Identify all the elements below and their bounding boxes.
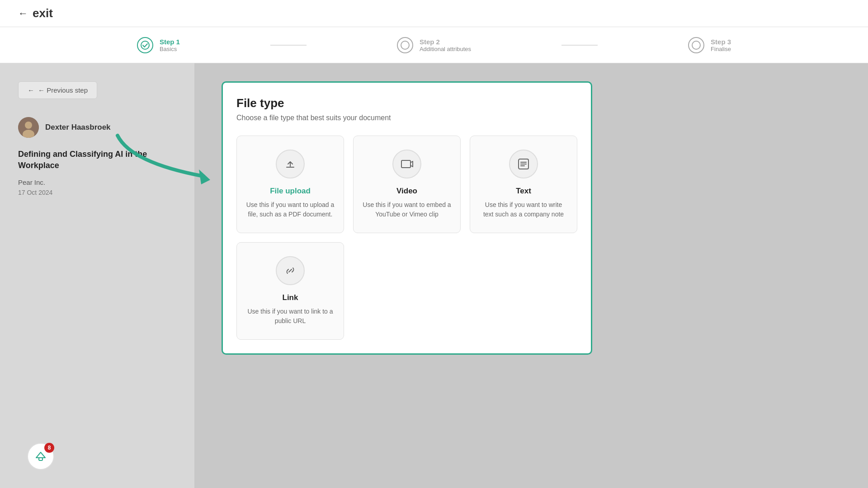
notification-count: 8 xyxy=(44,443,54,453)
text-card[interactable]: Text Use this if you want to write text … xyxy=(470,136,577,233)
svg-point-0 xyxy=(141,41,149,49)
video-icon-circle xyxy=(392,150,421,178)
file-type-subtitle: Choose a file type that best suits your … xyxy=(236,114,577,122)
step-2[interactable]: Step 2 Additional attributes xyxy=(397,37,471,53)
text-icon-circle xyxy=(509,150,538,178)
file-upload-card[interactable]: File upload Use this if you want to uplo… xyxy=(236,136,344,233)
sidebar: ← ← Previous step Dexter Haasbroek Defin… xyxy=(0,63,194,488)
text-card-title: Text xyxy=(516,187,531,196)
file-type-title: File type xyxy=(236,96,577,110)
prev-step-label: ← Previous step xyxy=(38,86,88,94)
step-3-label: Step 3 xyxy=(711,38,731,46)
previous-step-button[interactable]: ← ← Previous step xyxy=(18,81,97,99)
step-3-sublabel: Finalise xyxy=(711,46,731,52)
avatar xyxy=(18,117,39,138)
step-1-circle xyxy=(137,37,153,53)
exit-label: exit xyxy=(33,6,53,20)
svg-rect-9 xyxy=(39,458,42,460)
step-2-circle xyxy=(397,37,413,53)
file-type-modal: File type Choose a file type that best s… xyxy=(194,63,868,488)
video-card[interactable]: Video Use this if you want to embed a Yo… xyxy=(353,136,461,233)
step-1-info: Step 1 Basics xyxy=(160,38,180,52)
step-3-circle xyxy=(688,37,704,53)
svg-rect-7 xyxy=(401,160,410,168)
step-2-sublabel: Additional attributes xyxy=(420,46,471,52)
document-title: Defining and Classifying AI in the Workp… xyxy=(18,149,176,171)
user-name: Dexter Haasbroek xyxy=(45,123,111,132)
video-card-desc: Use this if you want to embed a YouTube … xyxy=(363,200,451,219)
step-2-info: Step 2 Additional attributes xyxy=(420,38,471,52)
step-1[interactable]: Step 1 Basics xyxy=(137,37,180,53)
file-upload-icon-circle xyxy=(276,150,305,178)
user-info: Dexter Haasbroek xyxy=(18,117,176,138)
company-name: Pear Inc. xyxy=(18,178,176,186)
document-date: 17 Oct 2024 xyxy=(18,189,176,196)
notification-button[interactable]: 8 xyxy=(27,443,54,470)
modal-box: File type Choose a file type that best s… xyxy=(222,81,592,355)
video-card-title: Video xyxy=(396,187,417,196)
step-2-label: Step 2 xyxy=(420,38,471,46)
file-upload-card-desc: Use this if you want to upload a file, s… xyxy=(246,200,335,219)
back-arrow-icon: ← xyxy=(18,8,28,19)
file-upload-card-title: File upload xyxy=(270,187,311,196)
svg-point-4 xyxy=(25,122,32,129)
top-bar: ← exit xyxy=(0,0,868,27)
step-1-label: Step 1 xyxy=(160,38,180,46)
link-card[interactable]: Link Use this if you want to link to a p… xyxy=(236,242,344,340)
step-1-sublabel: Basics xyxy=(160,46,180,52)
file-type-header: File type Choose a file type that best s… xyxy=(236,96,577,122)
step-3-info: Step 3 Finalise xyxy=(711,38,731,52)
step-divider-2 xyxy=(561,45,598,46)
link-card-desc: Use this if you want to link to a public… xyxy=(246,307,335,326)
cards-grid-top: File upload Use this if you want to uplo… xyxy=(236,136,577,233)
link-icon-circle xyxy=(276,256,305,285)
step-divider-1 xyxy=(270,45,307,46)
step-3[interactable]: Step 3 Finalise xyxy=(688,37,731,53)
cards-grid-bottom: Link Use this if you want to link to a p… xyxy=(236,242,577,340)
steps-bar: Step 1 Basics Step 2 Additional attribut… xyxy=(0,27,868,63)
svg-point-1 xyxy=(401,41,409,49)
link-card-title: Link xyxy=(283,293,298,302)
text-card-desc: Use this if you want to write text such … xyxy=(479,200,568,219)
exit-link[interactable]: ← exit xyxy=(18,6,53,20)
prev-step-arrow-icon: ← xyxy=(28,86,34,94)
svg-point-2 xyxy=(692,41,700,49)
